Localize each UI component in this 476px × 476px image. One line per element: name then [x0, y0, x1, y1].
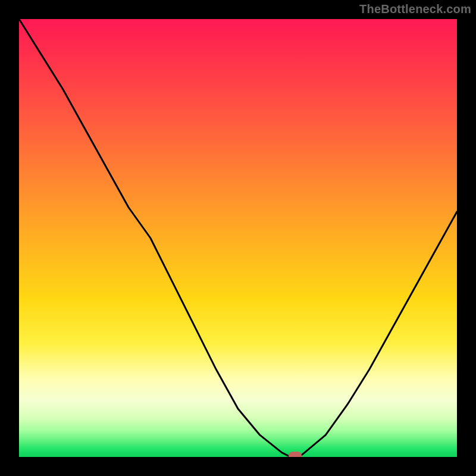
- minimum-marker-icon: [289, 452, 302, 457]
- plot-area: [19, 19, 457, 457]
- watermark-text: TheBottleneck.com: [359, 2, 471, 16]
- bottleneck-curve: [19, 19, 457, 457]
- chart-frame: TheBottleneck.com: [0, 0, 476, 476]
